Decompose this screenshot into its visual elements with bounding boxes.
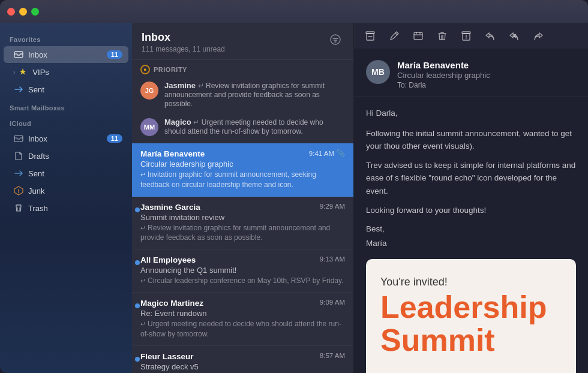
sidebar-item-junk[interactable]: Junk	[4, 182, 128, 199]
reply-all-button[interactable]	[508, 29, 521, 43]
minimize-button[interactable]	[19, 8, 27, 16]
forward-button[interactable]	[532, 29, 545, 43]
email-3-preview: ↵ Circular leadership conference on May …	[140, 276, 345, 286]
inbox-favorites-badge: 11	[107, 50, 122, 59]
email-item-2-top: Jasmine Garcia 9:29 AM	[140, 203, 345, 212]
email-4-preview: ↵ Urgent meeting needed to decide who sh…	[140, 319, 345, 339]
priority-avatar-mm: MM	[140, 118, 158, 136]
detail-body: Hi Darla, Following the initial summit a…	[354, 97, 588, 373]
email-signoff: Best,	[366, 222, 576, 236]
sidebar-item-inbox-favorites[interactable]: Inbox 11	[4, 46, 128, 63]
move-button[interactable]	[412, 29, 425, 43]
detail-subject: Circular leadership graphic	[397, 71, 576, 80]
email-3-time: 9:13 AM	[320, 255, 345, 263]
inbox-subtitle: 111 messages, 11 unread	[142, 45, 225, 53]
sender-avatar: MB	[366, 60, 390, 84]
card-title-line1: Leadership	[380, 291, 562, 324]
detail-to: To: Darla	[397, 81, 576, 89]
archive-button[interactable]	[364, 29, 377, 43]
sidebar-item-inbox-icloud[interactable]: Inbox 11	[4, 130, 128, 147]
email-body-2: Trev advised us to keep it simple for in…	[366, 159, 576, 198]
maximize-button[interactable]	[31, 8, 39, 16]
email-item-4-top: Magico Martinez 9:09 AM	[140, 299, 345, 308]
vips-label: VIPs	[32, 68, 122, 77]
priority-email-jasmine[interactable]: JG Jasmine ↵ Review invitation graphics …	[140, 78, 345, 111]
trash-icon	[13, 203, 24, 213]
inbox-icloud-icon	[13, 133, 24, 144]
sent-icloud-label: Sent	[28, 169, 122, 178]
favorites-section-title: Favorites	[0, 30, 132, 46]
svg-rect-5	[414, 32, 422, 40]
email-item-5[interactable]: Fleur Lasseur 8:57 AM Strategy deck v5 ↵…	[132, 346, 353, 373]
email-4-subject: Re: Event rundown	[140, 309, 345, 318]
sent-favorites-label: Sent	[28, 85, 122, 94]
detail-to-name: Darla	[409, 81, 426, 89]
delete-button[interactable]	[436, 29, 449, 43]
reply-button[interactable]	[484, 29, 497, 43]
priority-avatar-jg: JG	[140, 82, 158, 100]
detail-header-info: María Benavente Circular leadership grap…	[397, 60, 576, 89]
sidebar-item-sent-favorites[interactable]: Sent	[4, 81, 128, 98]
svg-point-2	[331, 35, 340, 44]
email-item-2[interactable]: Jasmine Garcia 9:29 AM Summit invitation…	[132, 197, 353, 250]
traffic-lights	[7, 8, 39, 16]
email-3-subject: Announcing the Q1 summit!	[140, 266, 345, 275]
email-body-1: Following the initial summit announcemen…	[366, 127, 576, 153]
email-card: You're invited! Leadership Summit	[366, 259, 576, 373]
email-2-time: 9:29 AM	[320, 203, 345, 210]
email-5-time: 8:57 AM	[320, 352, 345, 359]
email-3-sender: All Employees	[140, 255, 196, 264]
unread-dot-3	[135, 260, 140, 265]
email-body-3: Looking forward to your thoughts!	[366, 204, 576, 217]
priority-label: ● PRIORITY	[140, 65, 345, 74]
sidebar: Favorites Inbox 11 › VIPs	[0, 23, 132, 373]
compose-button[interactable]	[388, 29, 401, 43]
email-list: Inbox 111 messages, 11 unread ● PRIORITY	[132, 23, 354, 373]
email-item-5-top: Fleur Lasseur 8:57 AM	[140, 352, 345, 361]
email-2-subject: Summit invitation review	[140, 213, 345, 222]
drafts-icon	[13, 151, 24, 161]
email-1-time: 9:41 AM	[309, 150, 334, 157]
title-bar	[0, 0, 588, 23]
unread-dot-4	[135, 303, 140, 308]
sidebar-item-sent-icloud[interactable]: Sent	[4, 165, 128, 182]
detail-toolbar	[354, 23, 588, 49]
filter-icon[interactable]	[327, 31, 344, 48]
email-item-1[interactable]: María Benavente 9:41 AM 📎 Circular leade…	[132, 143, 353, 197]
email-4-time: 9:09 AM	[320, 299, 345, 306]
close-button[interactable]	[7, 8, 15, 16]
detail-header: MB María Benavente Circular leadership g…	[354, 49, 588, 97]
junk-label: Junk	[28, 186, 122, 195]
inbox-icloud-label: Inbox	[28, 134, 107, 143]
spam-button[interactable]	[460, 29, 473, 43]
main-content: Favorites Inbox 11 › VIPs	[0, 23, 588, 373]
card-content: You're invited! Leadership Summit	[366, 259, 576, 371]
vips-chevron: ›	[13, 69, 15, 76]
inbox-icloud-badge: 11	[107, 134, 122, 143]
email-1-sender: María Benavente	[140, 149, 205, 158]
email-5-subject: Strategy deck v5	[140, 362, 345, 371]
sidebar-item-trash[interactable]: Trash	[4, 200, 128, 216]
email-1-preview: ↵ Invitation graphic for summit announce…	[140, 170, 345, 190]
email-items: María Benavente 9:41 AM 📎 Circular leade…	[132, 143, 353, 373]
card-subtitle: Summit	[380, 324, 562, 357]
sidebar-item-vips[interactable]: › VIPs	[4, 64, 128, 80]
email-2-sender: Jasmine Garcia	[140, 203, 200, 212]
svg-rect-0	[14, 52, 23, 58]
email-item-3-top: All Employees 9:13 AM	[140, 255, 345, 264]
svg-rect-1	[14, 136, 23, 142]
email-1-subject: Circular leadership graphic	[140, 160, 345, 169]
email-detail: MB María Benavente Circular leadership g…	[354, 23, 588, 373]
email-item-4[interactable]: Magico Martinez 9:09 AM Re: Event rundow…	[132, 293, 353, 346]
star-icon	[17, 67, 28, 77]
detail-sender-name: María Benavente	[397, 60, 576, 70]
sent-icon	[13, 84, 24, 95]
drafts-label: Drafts	[28, 152, 122, 161]
email-item-3[interactable]: All Employees 9:13 AM Announcing the Q1 …	[132, 249, 353, 293]
priority-section: ● PRIORITY JG Jasmine ↵ Review invitatio…	[132, 60, 353, 143]
trash-label: Trash	[28, 204, 122, 213]
priority-email-magico[interactable]: MM Magico ↵ Urgent meeting needed to dec…	[140, 115, 345, 139]
sidebar-item-drafts[interactable]: Drafts	[4, 148, 128, 164]
priority-sender-2: Magico ↵ Urgent meeting needed to decide…	[164, 118, 345, 136]
app-window: Favorites Inbox 11 › VIPs	[0, 0, 588, 373]
